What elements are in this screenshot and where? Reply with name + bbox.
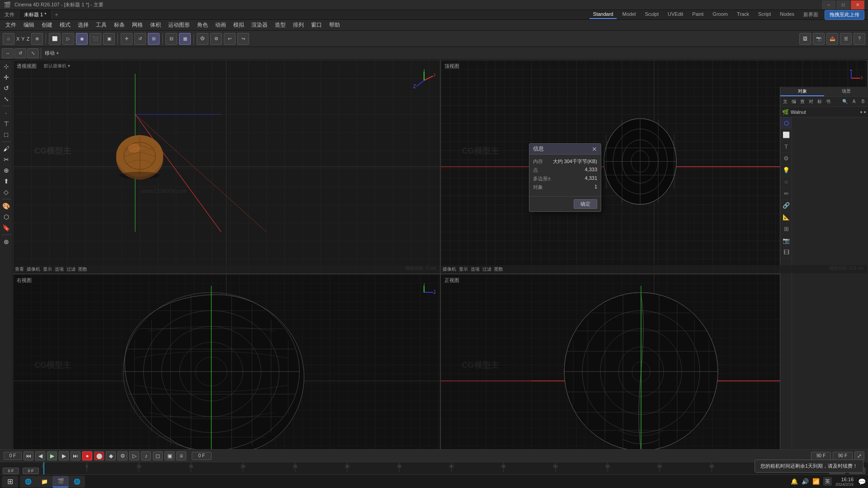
rp-icon-text[interactable]: T (780, 141, 792, 153)
toolbar-grid-active[interactable]: ▦ (179, 33, 191, 45)
tb2-rotate[interactable]: ↺ (14, 48, 26, 58)
info-dialog-close[interactable]: ✕ (592, 145, 597, 153)
taskbar-browser2[interactable]: 🌐 (69, 476, 85, 488)
notification-btn[interactable]: 💬 (857, 476, 866, 488)
rp-options-a[interactable]: A (850, 98, 858, 106)
upload-button[interactable]: 拖拽至此上传 (825, 10, 864, 20)
toolbar-render-active[interactable]: ◉ (76, 33, 88, 45)
menu-mesh[interactable]: 网格 (128, 20, 146, 30)
anim-btn-first[interactable]: ⏮ (24, 451, 33, 460)
lt-loop[interactable]: ⊕ (1, 165, 11, 175)
menu-form[interactable]: 造型 (271, 20, 289, 30)
rp-icon-film[interactable]: 🎞 (780, 247, 792, 258)
toolbar-output[interactable]: 📤 (826, 33, 838, 45)
info-ok-button[interactable]: 确定 (574, 199, 597, 209)
lt-poly[interactable]: □ (1, 130, 11, 140)
lt-extrude[interactable]: ⬆ (1, 176, 11, 186)
rp-sub-file[interactable]: 文 (781, 98, 789, 106)
vp-tb-display[interactable]: 显示 (43, 266, 52, 272)
object-dot-2[interactable]: ● (863, 109, 866, 114)
vp-tb-filter[interactable]: 过滤 (66, 266, 75, 272)
lt-tag[interactable]: 🔖 (1, 223, 11, 233)
tb2-scale[interactable]: ⤡ (27, 48, 39, 58)
menu-character[interactable]: 角色 (193, 20, 212, 30)
minimize-button[interactable]: － (822, 0, 835, 9)
vp-tb-panels[interactable]: 图数 (78, 266, 87, 272)
anim-expand[interactable]: ⤢ (854, 451, 864, 460)
vp-tb-view[interactable]: 查看 (15, 266, 24, 272)
lt-point[interactable]: · (1, 108, 11, 118)
menu-create[interactable]: 创建 (38, 20, 56, 30)
viewport-perspective[interactable]: 透视视图 默认摄像机 ▾ X Y Z CG模型主 www.CGMXW.com 网… (13, 60, 440, 274)
lt-rotate[interactable]: ↺ (1, 83, 11, 93)
taskbar-start[interactable]: ⊞ (2, 476, 18, 488)
rp-icon-link[interactable]: 🔗 (780, 200, 792, 211)
tab-file[interactable]: 文件 (0, 10, 19, 19)
toolbar-render-preview[interactable]: ▷ (62, 33, 74, 45)
anim-btn-last[interactable]: ⏭ (71, 451, 80, 460)
menu-edit[interactable]: 编辑 (20, 20, 38, 30)
rp-tab-objects[interactable]: 对象 (780, 87, 824, 96)
anim-btn-autokey[interactable]: ⬤ (94, 451, 104, 460)
toolbar-move[interactable]: ✛ (121, 33, 132, 45)
rp-icon-gear[interactable]: ⚙ (780, 153, 792, 164)
menu-mograph[interactable]: 运动图形 (165, 20, 193, 30)
mode-tab-track[interactable]: Track (733, 10, 753, 19)
lt-material[interactable]: ⬡ (1, 212, 11, 222)
tab-untitled[interactable]: 未标题 1 * (19, 10, 52, 19)
rp-icon-poly[interactable]: ⬡ (780, 117, 792, 129)
vp-tb-camera[interactable]: 摄像机 (27, 266, 40, 272)
menu-select[interactable]: 选择 (74, 20, 92, 30)
menu-tools[interactable]: 工具 (92, 20, 110, 30)
rp-tab-scene[interactable]: 场景 (824, 87, 868, 96)
frame-bottom-current[interactable] (23, 468, 39, 474)
rp-icon-pen[interactable]: ✏ (780, 188, 792, 200)
anim-btn-keyframe[interactable]: ◆ (106, 451, 116, 460)
rp-icon-box[interactable]: ⬜ (780, 129, 792, 141)
menu-animate[interactable]: 动画 (212, 20, 230, 30)
toolbar-help[interactable]: ? (854, 33, 865, 45)
rp-icon-light[interactable]: 💡 (780, 164, 792, 176)
mode-tab-new[interactable]: 新界面 (800, 10, 822, 19)
mode-tab-script[interactable]: Script (755, 10, 774, 19)
menu-render[interactable]: 渲染器 (248, 20, 271, 30)
lt-paint[interactable]: 🎨 (1, 201, 11, 211)
mode-tab-sculpt[interactable]: Sculpt (641, 10, 662, 19)
toolbar-render-settings[interactable]: 📷 (813, 33, 825, 45)
lt-edge[interactable]: ⊤ (1, 119, 11, 129)
menu-window[interactable]: 窗口 (307, 20, 326, 30)
frame-end2-input[interactable] (833, 452, 853, 460)
anim-btn-mode2[interactable]: ▣ (165, 451, 175, 460)
toolbar-render-region[interactable]: ⬜ (49, 33, 61, 45)
lt-knife[interactable]: ✂ (1, 155, 11, 164)
menu-volume[interactable]: 体积 (146, 20, 165, 30)
taskbar-explorer[interactable]: 📁 (36, 476, 52, 488)
rp-icon-camera[interactable]: 📷 (780, 235, 792, 247)
vp-top-tb-display[interactable]: 显示 (459, 266, 468, 272)
close-button[interactable]: ✕ (851, 0, 864, 9)
tb2-move[interactable]: ↔ (2, 48, 14, 58)
mode-tab-paint[interactable]: Paint (689, 10, 707, 19)
tray-lang[interactable]: 英 (823, 477, 832, 486)
mode-tab-nodes[interactable]: Nodes (776, 10, 798, 19)
vp-tb-options[interactable]: 选项 (55, 266, 64, 272)
toolbar-select-obj[interactable]: ⭗ (197, 33, 208, 45)
menu-simulate[interactable]: 模拟 (230, 20, 248, 30)
lt-axis[interactable]: ⊛ (1, 237, 11, 247)
object-dot-1[interactable]: ● (860, 109, 863, 114)
tab-add-button[interactable]: + (52, 11, 62, 19)
lt-bevel[interactable]: ◇ (1, 187, 11, 197)
anim-btn-mode3[interactable]: ≡ (176, 451, 186, 460)
toolbar-undo[interactable]: ↩ (224, 33, 236, 45)
lt-move[interactable]: ✛ (1, 72, 11, 82)
lt-brush[interactable]: 🖌 (1, 144, 11, 154)
toolbar-home[interactable]: ⌂ (3, 33, 14, 45)
rp-search[interactable]: 🔍 (841, 98, 849, 106)
frame-current-input[interactable] (192, 452, 212, 460)
anim-btn-fps[interactable]: ♪ (141, 451, 151, 460)
maximize-button[interactable]: □ (836, 0, 850, 9)
rp-icon-ruler[interactable]: 📐 (780, 211, 792, 223)
lt-select[interactable]: ⊹ (1, 61, 11, 71)
mode-tab-groom[interactable]: Groom (709, 10, 731, 19)
rp-sub-view[interactable]: 查 (798, 98, 807, 106)
